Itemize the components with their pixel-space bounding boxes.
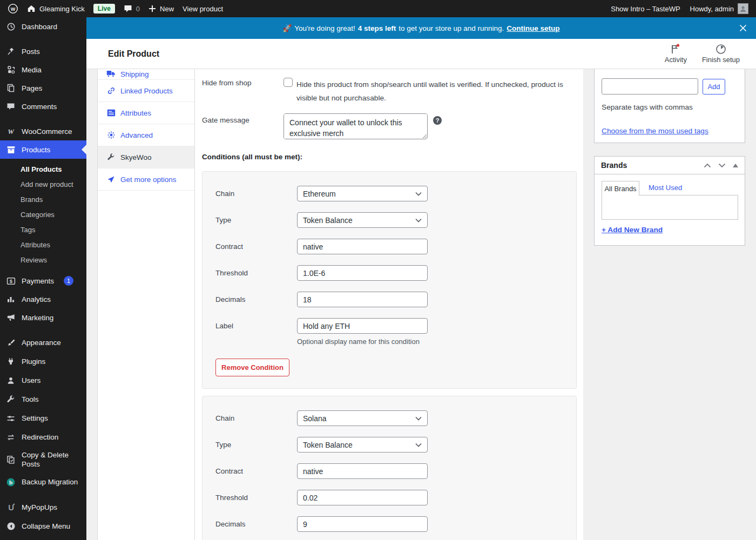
sidebar-item-dashboard[interactable]: Dashboard xyxy=(0,17,86,36)
site-name: Gleaming Kick xyxy=(39,5,85,13)
decimals-label: Decimals xyxy=(215,520,297,528)
wrench-icon xyxy=(5,394,16,405)
wordpress-logo-icon[interactable]: W xyxy=(8,3,18,14)
comments-counter[interactable]: 0 xyxy=(124,4,140,13)
chevron-down-icon xyxy=(415,192,422,196)
admin-bar: W Gleaming Kick Live 0 New xyxy=(0,0,756,17)
comment-bubble-icon xyxy=(124,4,132,13)
sidebar-item-comments[interactable]: Comments xyxy=(0,97,86,116)
remove-condition-button[interactable]: Remove Condition xyxy=(215,359,289,376)
condition-box-2: Chain Solana Type Token Balance Contract xyxy=(202,396,577,540)
banner-steps: 4 steps left xyxy=(358,24,396,32)
sidebar-item-collapse-menu[interactable]: Collapse Menu xyxy=(0,517,86,536)
submenu-tags[interactable]: Tags xyxy=(0,222,86,237)
sidebar-item-redirection[interactable]: Redirection xyxy=(0,428,86,447)
sidebar-item-woocommerce[interactable]: W WooCommerce xyxy=(0,122,86,140)
brush-icon xyxy=(5,338,16,348)
contract-input[interactable] xyxy=(297,239,428,254)
payments-icon: $ xyxy=(5,275,16,286)
sidebar-item-payments[interactable]: $ Payments 1 xyxy=(0,272,86,290)
add-new-brand-link[interactable]: + Add New Brand xyxy=(602,226,663,234)
product-data-tabs: Shipping Linked Products Attributes Adva… xyxy=(98,69,195,540)
tab-linked-products[interactable]: Linked Products xyxy=(98,80,194,102)
tag-add-button[interactable]: Add xyxy=(703,79,725,94)
sidebar-item-plugins[interactable]: Plugins xyxy=(0,352,86,371)
tag-input[interactable] xyxy=(602,78,698,94)
pin-icon xyxy=(5,46,16,57)
contract-input[interactable] xyxy=(297,463,428,479)
submenu-attributes[interactable]: Attributes xyxy=(0,237,86,252)
payments-badge: 1 xyxy=(64,276,73,286)
submenu-categories[interactable]: Categories xyxy=(0,207,86,222)
gear-icon xyxy=(106,131,116,140)
contract-label: Contract xyxy=(215,467,297,475)
sidebar-item-mypopups[interactable]: U MyPopUps xyxy=(0,498,86,517)
sidebar-item-pages[interactable]: Pages xyxy=(0,79,86,97)
threshold-input[interactable] xyxy=(297,490,428,505)
truck-icon xyxy=(106,69,116,78)
new-button[interactable]: New xyxy=(148,5,174,13)
tab-skyewoo[interactable]: SkyeWoo xyxy=(98,146,194,168)
site-name-link[interactable]: Gleaming Kick xyxy=(27,4,85,13)
brands-panel: Brands All Brands Most Used + Add New Br… xyxy=(594,156,745,246)
admin-sidebar: Dashboard Posts Media Pages Comments W W… xyxy=(0,17,86,540)
tab-shipping[interactable]: Shipping xyxy=(98,69,194,80)
most-used-tags-link[interactable]: Choose from the most used tags xyxy=(602,127,708,135)
banner-close-icon[interactable] xyxy=(738,23,748,33)
brands-list[interactable] xyxy=(602,195,738,220)
chain-select[interactable]: Solana xyxy=(297,410,428,426)
sidebar-item-posts[interactable]: Posts xyxy=(0,42,86,60)
sidebar-item-backup-migration[interactable]: b Backup Migration xyxy=(0,473,86,491)
tab-all-brands[interactable]: All Brands xyxy=(602,181,639,195)
move-up-icon[interactable] xyxy=(704,163,711,168)
hide-from-shop-description: Hide this product from shop/search until… xyxy=(296,78,568,105)
hide-from-shop-label: Hide from shop xyxy=(202,79,252,87)
sidebar-item-copy-delete-posts[interactable]: Copy & Delete Posts xyxy=(0,447,86,473)
hide-from-shop-checkbox[interactable] xyxy=(284,78,293,87)
tab-get-more-options[interactable]: Get more options xyxy=(98,168,194,191)
chain-select[interactable]: Ethereum xyxy=(297,186,428,201)
tab-advanced[interactable]: Advanced xyxy=(98,124,194,146)
submenu-reviews[interactable]: Reviews xyxy=(0,252,86,267)
sidebar-item-products[interactable]: Products xyxy=(0,140,86,159)
decimals-input[interactable] xyxy=(297,516,428,532)
pages-icon xyxy=(5,83,16,93)
sidebar-item-appearance[interactable]: Appearance xyxy=(0,333,86,352)
banner-prefix: You're doing great! xyxy=(294,24,355,32)
howdy-account[interactable]: Howdy, admin xyxy=(690,3,748,14)
gate-message-textarea[interactable]: Connect your wallet to unlock this exclu… xyxy=(284,113,428,139)
show-intro-link[interactable]: Show Intro – TasteWP xyxy=(611,5,680,13)
skyewoo-wrench-icon xyxy=(106,153,116,162)
decimals-input[interactable] xyxy=(297,292,428,307)
type-select[interactable]: Token Balance xyxy=(297,437,428,453)
sidebar-item-marketing[interactable]: Marketing xyxy=(0,308,86,327)
tab-most-used[interactable]: Most Used xyxy=(649,184,682,192)
mypopups-icon: U xyxy=(5,502,16,513)
continue-setup-link[interactable]: Continue setup xyxy=(507,24,559,32)
type-select[interactable]: Token Balance xyxy=(297,212,428,228)
copy-pages-icon xyxy=(5,454,16,465)
submenu-add-new-product[interactable]: Add new product xyxy=(0,177,86,192)
comments-icon xyxy=(5,101,16,112)
view-product-link[interactable]: View product xyxy=(183,5,223,13)
finish-setup-button[interactable]: Finish setup xyxy=(702,44,740,64)
sidebar-item-media[interactable]: Media xyxy=(0,60,86,79)
howdy-label: Howdy, admin xyxy=(690,5,734,13)
panel-toggle-icon[interactable] xyxy=(733,164,738,167)
move-down-icon[interactable] xyxy=(718,163,726,168)
label-input[interactable] xyxy=(297,318,428,334)
sidebar-item-tools[interactable]: Tools xyxy=(0,390,86,409)
sidebar-item-analytics[interactable]: Analytics xyxy=(0,290,86,308)
sidebar-item-settings[interactable]: Settings xyxy=(0,409,86,428)
sidebar-item-users[interactable]: Users xyxy=(0,371,86,390)
backup-migration-icon: b xyxy=(5,477,16,488)
conditions-title: Conditions (all must be met): xyxy=(202,153,302,161)
activity-button[interactable]: Activity xyxy=(665,44,687,64)
threshold-input[interactable] xyxy=(297,265,428,281)
brands-title: Brands xyxy=(601,161,627,170)
help-icon[interactable]: ? xyxy=(433,116,442,125)
tab-attributes[interactable]: Attributes xyxy=(98,102,194,124)
type-label: Type xyxy=(215,441,297,449)
submenu-brands[interactable]: Brands xyxy=(0,192,86,207)
submenu-all-products[interactable]: All Products xyxy=(0,161,86,177)
